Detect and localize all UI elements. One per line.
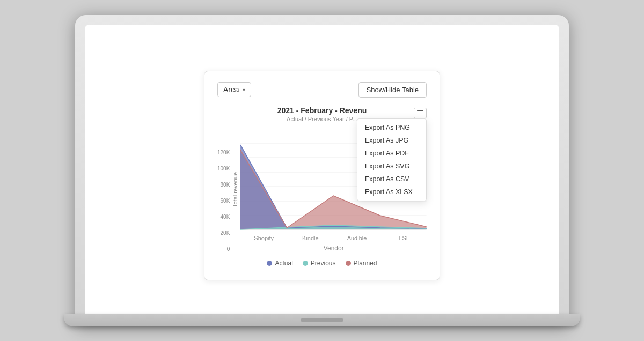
show-hide-table-button[interactable]: Show/Hide Table bbox=[358, 82, 427, 98]
chart-card: Area ▾ Show/Hide Table Export As PNG Exp… bbox=[204, 71, 440, 280]
chart-title: 2021 - February - Revenu bbox=[217, 106, 427, 115]
y-tick: 60K bbox=[221, 198, 230, 204]
x-label-kindle: Kindle bbox=[287, 235, 334, 241]
x-axis-title: Vendor bbox=[240, 244, 427, 252]
chart-legend: Actual Previous Planned bbox=[217, 260, 427, 267]
y-axis-label: Total revenue bbox=[232, 172, 238, 207]
y-axis-ticks: 0 20K 40K 60K 80K 100K 120K bbox=[217, 150, 230, 252]
export-menu-button[interactable] bbox=[414, 108, 427, 118]
export-jpg-item[interactable]: Export As JPG bbox=[357, 134, 426, 147]
legend-actual: Actual bbox=[267, 260, 292, 267]
planned-dot bbox=[346, 261, 351, 266]
chart-type-select[interactable]: Area ▾ bbox=[217, 82, 251, 97]
x-label-lsi: LSI bbox=[380, 235, 427, 241]
actual-dot bbox=[267, 261, 272, 266]
y-tick: 120K bbox=[217, 150, 230, 155]
planned-label: Planned bbox=[354, 260, 377, 267]
x-axis-labels: Shopify Kindle Audible LSI bbox=[240, 235, 427, 241]
export-csv-item[interactable]: Export As CSV bbox=[357, 173, 426, 186]
y-tick: 20K bbox=[221, 231, 230, 236]
export-dropdown: Export As PNG Export As JPG Export As PD… bbox=[357, 118, 427, 201]
x-label-shopify: Shopify bbox=[240, 235, 287, 241]
y-tick: 0 bbox=[227, 247, 230, 252]
card-toolbar: Area ▾ Show/Hide Table bbox=[217, 82, 427, 98]
laptop-base bbox=[64, 314, 580, 326]
laptop-hinge bbox=[301, 318, 343, 322]
y-tick: 100K bbox=[217, 166, 230, 172]
chevron-down-icon: ▾ bbox=[243, 87, 245, 93]
laptop-shell: Area ▾ Show/Hide Table Export As PNG Exp… bbox=[75, 15, 569, 326]
export-svg-item[interactable]: Export As SVG bbox=[357, 160, 426, 173]
legend-planned: Planned bbox=[346, 260, 377, 267]
y-tick: 40K bbox=[221, 214, 230, 220]
export-pdf-item[interactable]: Export As PDF bbox=[357, 147, 426, 160]
previous-dot bbox=[303, 261, 308, 266]
export-xlsx-item[interactable]: Export As XLSX bbox=[357, 186, 426, 198]
hamburger-icon bbox=[417, 110, 423, 116]
y-tick: 80K bbox=[221, 182, 230, 188]
laptop-screen: Area ▾ Show/Hide Table Export As PNG Exp… bbox=[85, 25, 559, 326]
legend-previous: Previous bbox=[303, 260, 336, 267]
export-png-item[interactable]: Export As PNG bbox=[357, 121, 426, 134]
previous-label: Previous bbox=[311, 260, 336, 267]
actual-label: Actual bbox=[275, 260, 292, 267]
chart-type-label: Area bbox=[223, 85, 239, 94]
x-label-audible: Audible bbox=[334, 235, 380, 241]
